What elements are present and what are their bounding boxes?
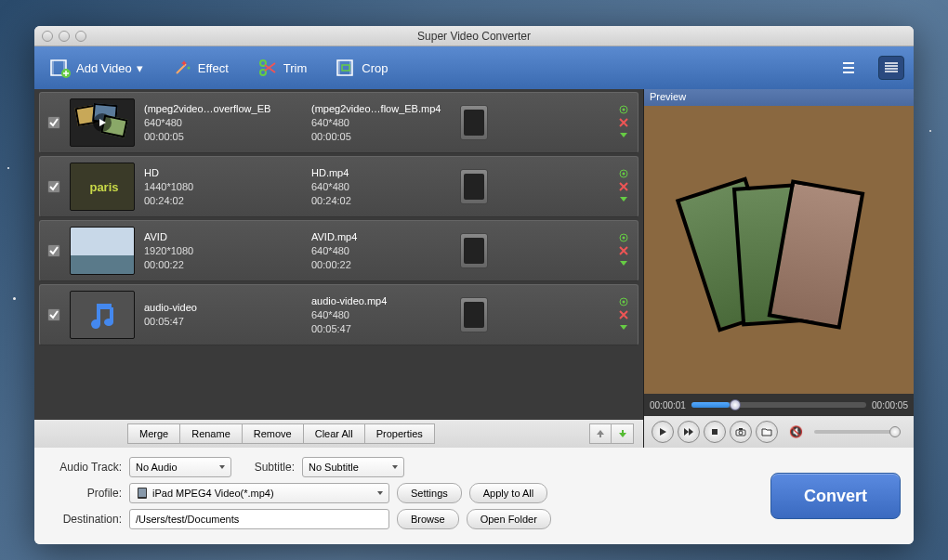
action-bar: Merge Rename Remove Clear All Properties bbox=[34, 420, 643, 448]
time-current: 00:00:01 bbox=[650, 400, 686, 410]
profile-label: Profile: bbox=[47, 487, 122, 500]
row-checkbox[interactable] bbox=[47, 116, 60, 129]
window-title: Super Video Converter bbox=[34, 30, 914, 43]
close-traffic-light[interactable] bbox=[42, 31, 53, 42]
remove-button[interactable]: Remove bbox=[243, 423, 304, 444]
source-info: AVID 1920*1080 00:00:22 bbox=[144, 230, 302, 272]
destination-label: Destination: bbox=[47, 513, 122, 526]
open-folder-button[interactable]: Open Folder bbox=[467, 509, 551, 529]
wand-icon bbox=[171, 57, 193, 79]
crop-button[interactable]: Crop bbox=[329, 53, 393, 83]
output-info: HD.mp4 640*480 00:24:02 bbox=[311, 166, 451, 208]
move-up-button[interactable] bbox=[589, 423, 612, 444]
merge-button[interactable]: Merge bbox=[127, 423, 180, 444]
svg-rect-23 bbox=[739, 428, 743, 430]
profile-select[interactable]: iPad MPEG4 Video(*.mp4) bbox=[129, 483, 389, 503]
row-settings-icon[interactable] bbox=[617, 296, 630, 307]
minimize-traffic-light[interactable] bbox=[59, 31, 70, 42]
output-info: (mpeg2video…flow_EB.mp4 640*480 00:00:05 bbox=[311, 102, 451, 144]
fast-forward-button[interactable] bbox=[678, 421, 700, 443]
volume-icon: 🔇 bbox=[789, 425, 803, 438]
add-video-button[interactable]: Add Video ▾ bbox=[44, 53, 149, 83]
svg-point-15 bbox=[623, 237, 625, 240]
audio-track-label: Audio Track: bbox=[47, 461, 122, 474]
output-info: AVID.mp4 640*480 00:00:22 bbox=[311, 230, 451, 272]
row-settings-icon[interactable] bbox=[617, 168, 630, 179]
titlebar: Super Video Converter bbox=[34, 26, 914, 46]
source-info: (mpeg2video…overflow_EB 640*480 00:00:05 bbox=[144, 102, 302, 144]
preview-viewport bbox=[644, 106, 914, 394]
row-down-icon[interactable] bbox=[617, 322, 630, 333]
snapshot-button[interactable] bbox=[730, 421, 752, 443]
volume-slider[interactable] bbox=[814, 430, 901, 434]
row-delete-icon[interactable] bbox=[617, 181, 630, 192]
video-thumbnail bbox=[70, 291, 135, 339]
properties-button[interactable]: Properties bbox=[365, 423, 435, 444]
rename-button[interactable]: Rename bbox=[180, 423, 243, 444]
row-delete-icon[interactable] bbox=[617, 309, 630, 320]
dropdown-icon: ▾ bbox=[137, 61, 143, 75]
move-down-button[interactable] bbox=[612, 423, 634, 444]
timeline: 00:00:01 00:00:05 bbox=[644, 394, 914, 416]
video-row[interactable]: audio-video 00:05:47 audio-video.mp4 640… bbox=[39, 284, 639, 345]
video-thumbnail: paris bbox=[70, 163, 135, 211]
effect-button[interactable]: Effect bbox=[165, 53, 234, 83]
svg-point-22 bbox=[739, 431, 743, 435]
row-checkbox[interactable] bbox=[47, 180, 60, 193]
svg-rect-9 bbox=[342, 65, 349, 71]
effect-label: Effect bbox=[198, 61, 229, 75]
svg-rect-25 bbox=[138, 488, 146, 497]
row-settings-icon[interactable] bbox=[617, 232, 630, 243]
row-down-icon[interactable] bbox=[617, 130, 630, 141]
device-icon[interactable] bbox=[460, 169, 488, 204]
clear-all-button[interactable]: Clear All bbox=[304, 423, 365, 444]
row-delete-icon[interactable] bbox=[617, 245, 630, 256]
svg-rect-17 bbox=[110, 307, 113, 322]
open-folder-button[interactable] bbox=[756, 421, 778, 443]
browse-button[interactable]: Browse bbox=[397, 509, 459, 529]
row-checkbox[interactable] bbox=[47, 244, 60, 257]
device-icon[interactable] bbox=[460, 297, 488, 332]
play-button[interactable] bbox=[652, 421, 674, 443]
preview-panel: Preview 00:00:01 00:00:05 🔇 bbox=[644, 89, 914, 448]
video-row[interactable]: AVID 1920*1080 00:00:22 AVID.mp4 640*480… bbox=[39, 220, 639, 281]
subtitle-label: Subtitle: bbox=[239, 461, 295, 474]
device-icon[interactable] bbox=[460, 105, 488, 140]
destination-field[interactable]: /Users/test/Documents bbox=[129, 509, 389, 529]
trim-button[interactable]: Trim bbox=[251, 53, 313, 83]
svg-rect-20 bbox=[712, 429, 718, 435]
video-thumbnail bbox=[70, 227, 135, 275]
subtitle-select[interactable]: No Subtitle bbox=[302, 457, 404, 477]
row-down-icon[interactable] bbox=[617, 258, 630, 269]
ipad-icon bbox=[136, 487, 149, 500]
video-row[interactable]: (mpeg2video…overflow_EB 640*480 00:00:05… bbox=[39, 92, 639, 153]
film-crop-icon bbox=[335, 57, 357, 79]
video-row[interactable]: paris HD 1440*1080 00:24:02 HD.mp4 640*4… bbox=[39, 156, 639, 217]
row-settings-icon[interactable] bbox=[617, 104, 630, 115]
svg-rect-1 bbox=[51, 60, 54, 75]
settings-button[interactable]: Settings bbox=[397, 483, 462, 503]
row-down-icon[interactable] bbox=[617, 194, 630, 205]
row-delete-icon[interactable] bbox=[617, 117, 630, 128]
stop-button[interactable] bbox=[704, 421, 726, 443]
timeline-scrubber[interactable] bbox=[691, 402, 866, 408]
settings-panel: Audio Track: No Audio Subtitle: No Subti… bbox=[34, 448, 914, 544]
svg-rect-7 bbox=[337, 60, 340, 75]
apply-to-all-button[interactable]: Apply to All bbox=[469, 483, 547, 503]
video-list: (mpeg2video…overflow_EB 640*480 00:00:05… bbox=[34, 89, 644, 448]
thumbnail-view-button[interactable] bbox=[878, 56, 904, 80]
list-view-button[interactable] bbox=[836, 56, 862, 80]
video-thumbnail bbox=[70, 98, 135, 147]
convert-button[interactable]: Convert bbox=[770, 473, 901, 519]
time-total: 00:00:05 bbox=[872, 400, 908, 410]
device-icon[interactable] bbox=[460, 233, 488, 268]
row-checkbox[interactable] bbox=[47, 308, 60, 321]
svg-point-13 bbox=[623, 173, 625, 176]
audio-track-select[interactable]: No Audio bbox=[129, 457, 231, 477]
app-window: Super Video Converter Add Video ▾ Effect… bbox=[34, 26, 914, 544]
source-info: audio-video 00:05:47 bbox=[144, 301, 302, 329]
player-controls: 🔇 bbox=[644, 416, 914, 448]
music-note-icon bbox=[84, 296, 121, 333]
add-video-label: Add Video bbox=[76, 61, 132, 75]
zoom-traffic-light[interactable] bbox=[75, 31, 86, 42]
